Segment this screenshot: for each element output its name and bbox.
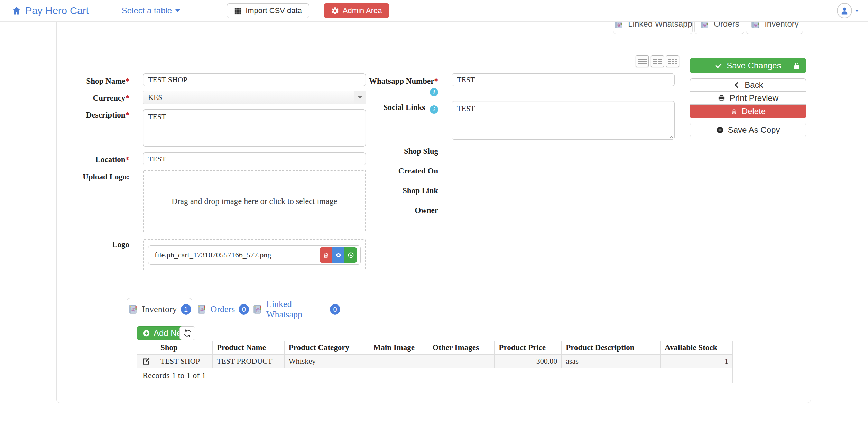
svg-text:@: @ [131,307,135,312]
cell-available-stock: 1 [661,355,733,368]
header-available-stock: Available Stock [661,341,733,355]
whatsapp-number-input[interactable] [452,73,675,86]
plus-circle-icon [142,329,150,337]
tab-count-badge: 0 [330,304,340,315]
header-product-price: Product Price [495,341,562,355]
currency-select[interactable]: KES [143,91,366,104]
tab-orders[interactable]: @ Orders 0 [195,298,250,320]
cell-shop: TEST SHOP [156,355,212,368]
dropzone-text: Drag and drop image here or click to sel… [172,197,337,206]
save-changes-button[interactable]: Save Changes [690,58,806,73]
table-row: TEST SHOP TEST PRODUCT Whiskey 300.00 as… [137,355,733,368]
cell-other-images [428,355,495,368]
printer-icon [718,94,726,102]
back-button[interactable]: Back [690,78,806,92]
lock-icon [793,62,801,70]
description-label: Description* [58,111,129,120]
currency-value: KES [148,93,163,102]
brand-label: Pay Hero Cart [25,5,89,17]
edit-row-button[interactable] [141,357,152,366]
svg-text:@: @ [703,22,707,27]
admin-area-button[interactable]: Admin Area [324,3,389,18]
print-preview-button[interactable]: Print Preview [690,92,806,105]
logo-file-chip: file.ph_cart_1731070557166_577.png [148,245,361,265]
tab-count-badge: 0 [239,304,249,315]
import-csv-button[interactable]: Import CSV data [227,3,309,18]
header-main-image: Main Image [369,341,428,355]
book-icon: @ [252,304,262,315]
view-toggle-1col-icon[interactable] [636,55,649,67]
header-other-images: Other Images [428,341,495,355]
logo-file-area: file.ph_cart_1731070557166_577.png [143,239,366,270]
shop-link-label: Shop Link [367,186,438,195]
download-file-button[interactable] [344,247,357,263]
logo-dropzone[interactable]: Drag and drop image here or click to sel… [143,170,366,232]
save-as-copy-button[interactable]: Save As Copy [690,123,806,137]
cell-main-image [369,355,428,368]
shop-name-label: Shop Name* [58,77,129,86]
chevron-left-icon [733,81,740,89]
eye-icon [335,252,342,259]
home-icon [12,6,21,16]
tab-inventory[interactable]: @ Inventory 1 [127,298,192,320]
header-product-description: Product Description [562,341,661,355]
logo-filename: file.ph_cart_1731070557166_577.png [155,251,320,260]
view-toggle-2col-icon[interactable] [651,55,664,67]
admin-area-label: Admin Area [343,6,382,15]
upload-logo-label: Upload Logo: [58,172,129,181]
social-links-textarea[interactable]: TEST [452,101,675,140]
description-textarea[interactable]: TEST [143,109,366,147]
cell-product-description: asas [562,355,661,368]
tab-label: Inventory [142,304,177,315]
records-summary: Records 1 to 1 of 1 [137,368,733,383]
divider [63,44,804,44]
cell-product-category: Whiskey [284,355,369,368]
brand[interactable]: Pay Hero Cart [12,5,89,17]
gear-icon [331,7,339,15]
header-edit [137,341,156,355]
import-csv-label: Import CSV data [246,6,302,15]
refresh-button[interactable] [179,326,195,340]
action-button-group: Back Print Preview Delete [690,78,806,118]
social-links-label: Social Links i [367,103,438,114]
inventory-table: Shop Product Name Product Category Main … [137,341,733,383]
download-icon [348,252,354,259]
user-menu[interactable] [837,3,859,18]
save-changes-label: Save Changes [727,61,781,71]
preview-file-button[interactable] [332,247,344,263]
header-shop: Shop [156,341,212,355]
currency-label: Currency* [58,94,129,103]
caret-down-icon [855,10,859,12]
select-a-table-label: Select a table [122,6,172,16]
grid-icon [234,7,242,15]
owner-label: Owner [367,206,438,215]
location-label: Location* [58,155,129,164]
tab-label: Linked Whatsapp [266,299,326,320]
view-toggle-3col-icon[interactable] [666,55,679,67]
select-a-table-dropdown[interactable]: Select a table [122,6,180,16]
svg-text:@: @ [256,307,260,312]
tab-linked-whatsapp[interactable]: @ Linked Whatsapp 0 [252,298,340,320]
header-product-category: Product Category [284,341,369,355]
refresh-icon [183,329,192,337]
info-icon[interactable]: i [430,105,438,114]
navbar: Pay Hero Cart Select a table Import CSV … [0,0,868,22]
shop-name-input[interactable] [143,73,366,86]
svg-text:@: @ [754,22,758,27]
cell-product-name: TEST PRODUCT [212,355,284,368]
shop-detail-card: Shop Name* Currency* KES Description* TE… [56,22,811,403]
delete-file-button[interactable] [320,247,332,263]
inventory-panel: Add New Shop Product Name Product Catego… [127,320,742,394]
shop-slug-label: Shop Slug [367,147,438,156]
location-input[interactable] [143,152,366,165]
delete-button[interactable]: Delete [690,105,806,118]
tab-count-badge: 1 [181,304,191,315]
created-on-label: Created On [367,167,438,176]
info-icon[interactable]: i [430,88,438,96]
back-label: Back [745,80,763,90]
table-footer-row: Records 1 to 1 of 1 [137,368,733,383]
divider [63,286,804,286]
save-as-copy-label: Save As Copy [728,125,780,135]
svg-text:@: @ [200,307,204,312]
avatar [837,3,852,18]
